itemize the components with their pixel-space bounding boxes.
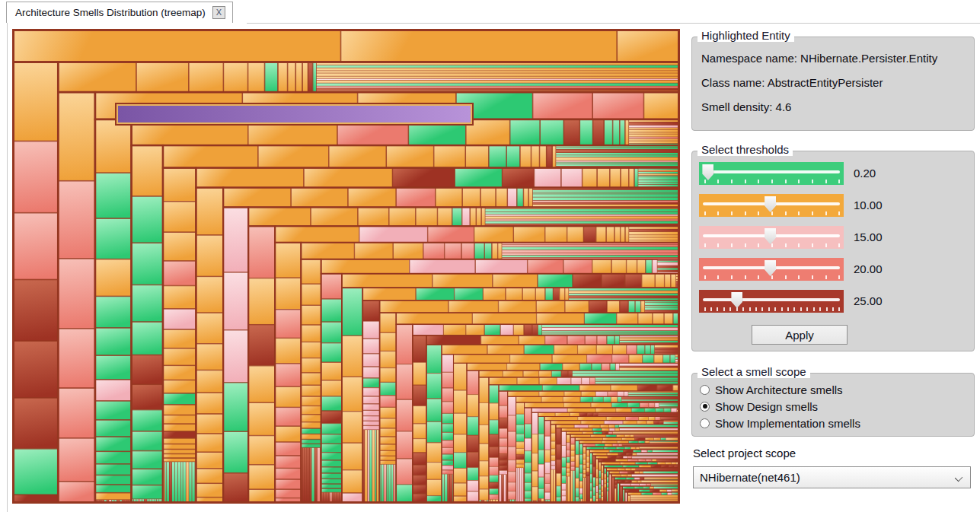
slider-tick xyxy=(745,180,746,183)
threshold-value-salmon: 20.00 xyxy=(854,258,907,281)
threshold-slider-pink[interactable] xyxy=(699,226,844,249)
slider-tick xyxy=(731,211,733,215)
slider-tick xyxy=(812,211,813,215)
slider-tick xyxy=(798,275,800,279)
radio-label: Show Implementation smells xyxy=(715,417,860,430)
slider-tick xyxy=(745,275,746,279)
slider-tick xyxy=(723,307,725,311)
slider-tick xyxy=(731,275,733,279)
slider-tick xyxy=(838,307,840,311)
slider-tick xyxy=(704,211,706,215)
slider-tick xyxy=(825,211,827,215)
radio-unselected-icon[interactable] xyxy=(700,418,710,428)
entity-density-line: Smell density: 4.6 xyxy=(701,100,965,113)
pane-left-border xyxy=(7,23,8,512)
slider-tick xyxy=(793,307,795,311)
slider-tick xyxy=(812,180,813,183)
slider-tick xyxy=(717,275,719,279)
threshold-value-darkred: 25.00 xyxy=(854,290,907,313)
slider-tick xyxy=(731,180,733,183)
slider-thumb-pink[interactable] xyxy=(765,228,776,244)
smell-scope-groupbox: Select a smell scope Show Architecture s… xyxy=(691,373,975,437)
slider-tick xyxy=(813,307,815,311)
slider-tick xyxy=(755,307,757,311)
slider-tick xyxy=(787,307,789,311)
slider-tick xyxy=(742,307,744,311)
slider-tick xyxy=(717,180,719,183)
slider-tick xyxy=(785,275,787,279)
slider-tick xyxy=(768,307,770,311)
highlighted-entity-groupbox: Highlighted Entity Namespace name: NHibe… xyxy=(691,37,975,131)
slider-tick xyxy=(745,243,746,247)
tab-title: Architecture Smells Distribution (treema… xyxy=(15,7,206,18)
slider-thumb-green[interactable] xyxy=(702,164,713,180)
slider-tick xyxy=(798,211,800,215)
radio-show-design-smells[interactable]: Show Design smells xyxy=(700,398,974,415)
slider-tick xyxy=(812,243,813,247)
slider-thumb-salmon[interactable] xyxy=(765,260,776,276)
slider-tick xyxy=(785,180,787,183)
smell-scope-options: Show Architecture smellsShow Design smel… xyxy=(700,381,974,431)
slider-tick xyxy=(761,307,763,311)
slider-tick xyxy=(771,211,773,215)
slider-tick xyxy=(704,243,706,247)
slider-tick xyxy=(819,307,821,311)
thresholds-title: Select thresholds xyxy=(697,143,793,156)
treemap-canvas[interactable] xyxy=(12,29,680,504)
tab-close-button[interactable]: X xyxy=(212,6,225,19)
slider-tick xyxy=(731,243,733,247)
radio-show-architecture-smells[interactable]: Show Architecture smells xyxy=(700,381,974,398)
project-scope-combobox[interactable]: NHibernate(net461) xyxy=(693,466,971,488)
slider-tick xyxy=(749,307,751,311)
slider-tick xyxy=(832,307,834,311)
threshold-value-pink: 15.00 xyxy=(854,226,907,249)
slider-tick xyxy=(781,307,783,311)
chevron-down-icon xyxy=(955,474,962,482)
slider-tick xyxy=(717,211,719,215)
slider-tick xyxy=(785,211,787,215)
slider-tick xyxy=(704,275,706,279)
slider-tick xyxy=(838,180,840,183)
slider-tick xyxy=(825,275,827,279)
radio-unselected-icon[interactable] xyxy=(700,385,710,395)
slider-tick xyxy=(798,243,800,247)
slider-tick xyxy=(800,307,802,311)
slider-thumb-orange[interactable] xyxy=(765,196,776,212)
slider-thumb-darkred[interactable] xyxy=(731,292,742,308)
slider-tick xyxy=(826,307,828,311)
pane-top-border xyxy=(247,23,980,24)
slider-tick xyxy=(825,180,827,183)
highlighted-entity-title: Highlighted Entity xyxy=(697,29,794,42)
slider-tick xyxy=(704,307,706,311)
project-scope-label: Select project scope xyxy=(693,447,796,460)
radio-show-implementation-smells[interactable]: Show Implementation smells xyxy=(700,415,974,431)
right-panel: Highlighted Entity Namespace name: NHibe… xyxy=(691,29,976,504)
threshold-slider-green[interactable] xyxy=(699,162,844,185)
apply-button[interactable]: Apply xyxy=(752,325,848,345)
slider-tick xyxy=(838,275,840,279)
slider-tick xyxy=(758,211,759,215)
radio-selected-icon[interactable] xyxy=(700,402,710,412)
slider-tick xyxy=(704,180,706,183)
threshold-value-green: 0.20 xyxy=(854,162,907,185)
threshold-slider-darkred[interactable] xyxy=(699,290,844,313)
slider-tick xyxy=(798,180,800,183)
slider-tick xyxy=(812,275,813,279)
slider-tick xyxy=(825,243,827,247)
slider-tick xyxy=(758,275,759,279)
slider-track[interactable] xyxy=(703,170,840,173)
threshold-slider-orange[interactable] xyxy=(699,194,844,217)
threshold-slider-salmon[interactable] xyxy=(699,258,844,281)
smell-scope-title: Select a smell scope xyxy=(697,365,810,378)
slider-tick xyxy=(729,307,731,311)
radio-label: Show Design smells xyxy=(715,400,818,413)
slider-tick xyxy=(710,307,712,311)
slider-tick xyxy=(717,307,718,311)
thresholds-groupbox: Select thresholds Apply 0.2010.0015.0020… xyxy=(691,151,975,351)
slider-track[interactable] xyxy=(703,298,840,301)
tab-architecture-smells-treemap[interactable]: Architecture Smells Distribution (treema… xyxy=(6,2,233,23)
slider-tick xyxy=(838,211,840,215)
project-scope-value: NHibernate(net461) xyxy=(700,471,800,484)
threshold-value-orange: 10.00 xyxy=(854,194,907,217)
slider-tick xyxy=(774,307,776,311)
